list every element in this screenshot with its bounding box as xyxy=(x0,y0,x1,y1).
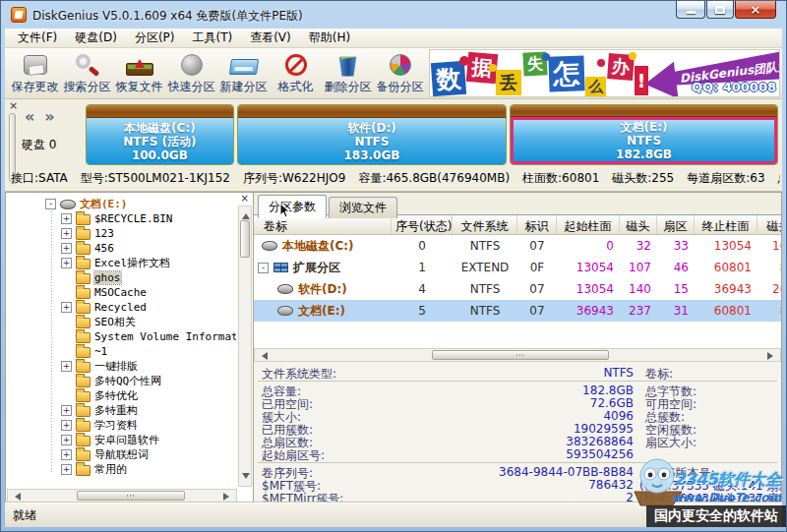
tree-item[interactable]: +123 xyxy=(8,226,236,241)
tree-vertical-scrollbar[interactable] xyxy=(238,206,252,487)
tree-item[interactable]: +一键排版 xyxy=(8,359,236,374)
partition-block[interactable]: 文档(E:)NTFS182.8GB xyxy=(510,104,778,165)
scroll-left-icon[interactable] xyxy=(258,352,268,360)
tree-item[interactable]: +$RECYCLE.BIN xyxy=(8,211,236,226)
minimize-button[interactable] xyxy=(676,1,705,19)
table-header-cell[interactable]: 磁头 xyxy=(620,215,657,234)
table-row[interactable]: 软件(D:)4NTFS07130541401536943204 xyxy=(254,278,781,300)
main-area: × -文档(E:)+$RECYCLE.BIN+123+456+Excel操作文档… xyxy=(5,192,782,504)
expander-icon[interactable]: + xyxy=(61,243,72,254)
tree-item[interactable]: +Excel操作文档 xyxy=(8,256,236,270)
table-header-cell[interactable]: 序号(状态) xyxy=(392,215,453,234)
disk-panel-close-icon[interactable]: × xyxy=(9,99,18,112)
tab-partition-params[interactable]: 分区参数 xyxy=(258,195,327,218)
menu-item[interactable]: 查看(V) xyxy=(241,29,300,48)
tab-browse-files[interactable]: 浏览文件 xyxy=(329,197,397,218)
folder-icon xyxy=(76,244,91,255)
partition-fs: NTFS (活动) xyxy=(87,135,233,148)
expander-icon[interactable]: + xyxy=(61,258,72,268)
partition-block[interactable]: 本地磁盘(C:)NTFS (活动)100.0GB xyxy=(86,104,234,165)
horizontal-scroll-thumb[interactable] xyxy=(77,491,185,501)
save-changes-button[interactable]: 保存更改 xyxy=(9,49,61,97)
menu-item[interactable]: 文件(F) xyxy=(9,29,66,48)
tree-item[interactable]: +Recycled xyxy=(8,300,236,315)
table-header-cell[interactable]: 文件系统 xyxy=(453,215,517,234)
menu-item[interactable]: 分区(P) xyxy=(126,29,184,48)
table-header-cell[interactable]: 标识 xyxy=(517,215,557,234)
expander-icon[interactable]: - xyxy=(45,199,56,209)
prev-disk-arrow[interactable]: « xyxy=(25,107,34,126)
partition-size: 183.0GB xyxy=(238,148,506,162)
expander-icon[interactable]: - xyxy=(258,263,269,273)
menu-item[interactable]: 硬盘(D) xyxy=(66,29,126,48)
expander-icon[interactable]: + xyxy=(61,405,72,416)
scroll-up-icon[interactable] xyxy=(242,209,250,219)
ad-banner[interactable]: 数据丢失怎么办! DiskGenius团队为您服务 QQ: 400008 xyxy=(429,49,780,97)
close-button[interactable]: × xyxy=(735,1,776,19)
tree-item[interactable]: +456 xyxy=(8,241,236,256)
tree-item-label: 123 xyxy=(94,227,114,240)
table-header-cell[interactable]: 扇区 xyxy=(657,215,695,234)
recover-files-icon xyxy=(126,63,153,76)
backup-partition-button[interactable]: 备份分区 xyxy=(374,49,426,97)
scroll-down-icon[interactable] xyxy=(242,473,250,483)
partition-fs: NTFS xyxy=(514,134,774,148)
cell-value: 33 xyxy=(657,239,695,253)
tree-item[interactable]: SEO相关 xyxy=(8,315,236,329)
disk-label[interactable]: 硬盘 0 xyxy=(22,137,56,153)
table-header-cell[interactable]: 终止柱面 xyxy=(695,215,757,234)
tree-close-icon[interactable]: × xyxy=(241,193,249,204)
expander-icon[interactable]: + xyxy=(61,435,72,445)
scroll-right-icon[interactable] xyxy=(223,493,233,501)
format-button[interactable]: 格式化 xyxy=(270,49,322,97)
tree-item[interactable]: +多特重构 xyxy=(8,403,236,418)
search-partition-button[interactable]: 搜索分区 xyxy=(61,49,113,97)
menu-item[interactable]: 工具(T) xyxy=(183,29,241,48)
title-bar[interactable]: DiskGenius V5.0.1.609 x64 免费版(单文件PE版) × xyxy=(1,1,786,29)
expander-icon[interactable]: + xyxy=(61,420,72,431)
tree-item[interactable]: +导航联想词 xyxy=(8,447,236,462)
partition-body: 本地磁盘(C:)NTFS (活动)100.0GB xyxy=(87,118,233,164)
scroll-right-icon[interactable] xyxy=(767,352,777,360)
format-icon xyxy=(285,54,307,76)
disk-info-line: 接口:SATA型号:ST500LM021-1KJ152序列号:W622HJO9容… xyxy=(11,170,780,187)
tree-item[interactable]: ghos xyxy=(8,270,236,285)
tree-root-label: 文档(E:) xyxy=(80,197,128,211)
table-horizontal-scrollbar[interactable] xyxy=(254,348,781,362)
minimize-icon xyxy=(687,11,696,14)
table-row[interactable]: -扩展分区1EXTEND0F13054107466080180 xyxy=(254,257,781,278)
expander-icon[interactable]: + xyxy=(61,228,72,239)
horizontal-scroll-thumb[interactable] xyxy=(432,350,609,360)
ad-block: 怎 xyxy=(548,55,584,91)
next-disk-arrow[interactable]: » xyxy=(44,107,54,126)
vertical-scroll-thumb[interactable] xyxy=(240,220,250,258)
expander-icon[interactable]: + xyxy=(61,361,72,372)
tree-item[interactable]: ~1 xyxy=(8,344,236,359)
delete-partition-button[interactable]: 删除分区 xyxy=(322,49,374,97)
expander-icon[interactable]: + xyxy=(61,449,72,460)
table-header-cell[interactable]: 起始柱面 xyxy=(557,215,620,234)
table-header-cell[interactable]: 磁头 xyxy=(757,215,781,234)
tree-horizontal-scrollbar[interactable] xyxy=(7,489,237,502)
expander-icon[interactable]: + xyxy=(61,213,72,224)
tree-item[interactable]: MSOCache xyxy=(8,285,236,300)
tree-item[interactable]: 多特优化 xyxy=(8,388,236,403)
tree-item[interactable]: 多特QQ个性网 xyxy=(8,374,236,388)
expander-icon[interactable]: + xyxy=(61,302,72,313)
scroll-left-icon[interactable] xyxy=(11,493,21,501)
tree-item[interactable]: +常用的 xyxy=(8,462,236,477)
tree-item[interactable]: System Volume Information xyxy=(8,329,236,344)
expander-icon[interactable]: + xyxy=(61,464,72,475)
new-partition-button[interactable]: 新建分区 xyxy=(217,49,270,97)
maximize-button[interactable] xyxy=(706,1,734,19)
menu-item[interactable]: 帮助(H) xyxy=(300,29,359,48)
toolbar-button-label: 新建分区 xyxy=(220,79,268,95)
table-row[interactable]: 本地磁盘(C:)0NTFS070323313054107 xyxy=(254,235,781,257)
recover-files-button[interactable]: 恢复文件 xyxy=(113,49,165,97)
tree-item[interactable]: +安卓问题软件 xyxy=(8,433,236,447)
table-row[interactable]: 文档(E:)5NTFS0736943237316080180 xyxy=(254,300,781,322)
tree-root[interactable]: -文档(E:) xyxy=(8,197,236,211)
quick-partition-button[interactable]: 快速分区 xyxy=(165,49,217,97)
partition-block[interactable]: 软件(D:)NTFS183.0GB xyxy=(237,104,507,165)
tree-item[interactable]: +学习资料 xyxy=(8,418,236,433)
